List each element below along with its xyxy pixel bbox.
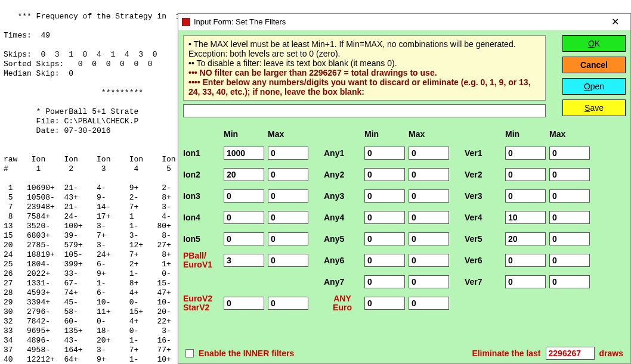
ver1-max[interactable] (549, 147, 590, 160)
hdr-max-1: Max (268, 129, 308, 139)
dialog-body: • The MAX level must be at least Min+1. … (178, 30, 630, 363)
hdr-min-2: Min (364, 129, 405, 139)
filter-row-7: Any7Ver7 (183, 271, 626, 293)
ver6-max[interactable] (549, 254, 590, 267)
ion4-label: Ion4 (183, 213, 220, 222)
anyeuro-max[interactable] (409, 297, 449, 310)
any6-label: Any6 (324, 256, 361, 265)
report-skips: Skips: 0 3 1 0 4 1 4 3 0 (4, 50, 157, 59)
eurov2-label: EuroV2StarV2 (183, 294, 220, 312)
any4-label: Any4 (324, 213, 361, 222)
any5-max[interactable] (409, 232, 449, 245)
any7-min[interactable] (364, 275, 405, 288)
any2-max[interactable] (409, 168, 449, 181)
any3-max[interactable] (409, 189, 449, 203)
ion2-label: Ion2 (183, 170, 220, 179)
ver6-label: Ver6 (465, 256, 502, 265)
any2-min[interactable] (364, 168, 405, 181)
draws-label: draws (599, 349, 623, 358)
filter-row-4: Ion4Any4Ver4 (183, 207, 626, 228)
eurov2-max[interactable] (268, 297, 308, 310)
any3-min[interactable] (364, 189, 405, 203)
ver6-min[interactable] (505, 254, 546, 267)
ver1-label: Ver1 (465, 148, 502, 158)
filter-row-2: Ion2Any2Ver2 (183, 164, 626, 185)
eliminate-label: Eliminate the last (472, 349, 540, 358)
ion1-max[interactable] (268, 147, 308, 160)
report-colhdr2: # 1 2 3 4 5 (4, 164, 171, 173)
anyeuro-min[interactable] (364, 297, 405, 310)
ion3-label: Ion3 (183, 191, 220, 201)
hdr-max-2: Max (409, 129, 449, 139)
note-line1: • The MAX level must be at least Min+1. … (188, 39, 516, 58)
ion1-min[interactable] (224, 147, 264, 160)
ion2-min[interactable] (224, 168, 264, 181)
ver7-max[interactable] (549, 275, 590, 288)
any5-label: Any5 (324, 234, 361, 244)
any5-min[interactable] (364, 232, 405, 245)
note-line3: ••• NO filter can be larger than 2296267… (188, 68, 437, 77)
ion2-max[interactable] (268, 168, 308, 181)
ver2-max[interactable] (549, 168, 590, 181)
any6-max[interactable] (409, 254, 449, 267)
open-button[interactable]: Open (562, 78, 626, 95)
ver2-min[interactable] (505, 168, 546, 181)
report-file: File: C:\PBALL\CHECK.P (4, 117, 138, 126)
hdr-min-1: Min (224, 129, 264, 139)
report-times: Times: 49 (4, 31, 50, 40)
eliminate-input[interactable] (546, 347, 595, 360)
any1-max[interactable] (409, 147, 449, 160)
close-icon[interactable]: ✕ (603, 16, 627, 27)
ver7-min[interactable] (505, 275, 546, 288)
ver2-label: Ver2 (465, 170, 502, 179)
pball-min[interactable] (224, 254, 264, 267)
ver4-max[interactable] (549, 211, 590, 224)
ion5-min[interactable] (224, 232, 264, 245)
any6-min[interactable] (364, 254, 405, 267)
dialog-title: Input Form: Set The Filters (194, 17, 603, 26)
report-date: Date: 07-30-2016 (4, 126, 110, 135)
ion5-max[interactable] (268, 232, 308, 245)
note-line4: •••• Enter below any numbers/digits you … (188, 77, 531, 97)
ion4-max[interactable] (268, 211, 308, 224)
side-buttons: OK Cancel Open Save (562, 35, 626, 116)
ver3-min[interactable] (505, 189, 546, 203)
pball-label: PBall/EuroV1 (183, 251, 220, 269)
any4-max[interactable] (409, 211, 449, 224)
ver3-max[interactable] (549, 189, 590, 203)
ver4-label: Ver4 (465, 213, 502, 222)
ver5-label: Ver5 (465, 234, 502, 244)
exclude-input[interactable] (183, 104, 546, 117)
any4-min[interactable] (364, 211, 405, 224)
cancel-button[interactable]: Cancel (562, 57, 626, 73)
filter-dialog: Input Form: Set The Filters ✕ • The MAX … (178, 13, 631, 364)
ver3-label: Ver3 (465, 191, 502, 201)
pball-max[interactable] (268, 254, 308, 267)
filter-row-3: Ion3Any3Ver3 (183, 185, 626, 207)
ver5-min[interactable] (505, 232, 546, 245)
any7-max[interactable] (409, 275, 449, 288)
filter-grid: Min Max Min Max Min Max Ion1Any1Ver1Ion2… (183, 126, 626, 314)
any1-label: Any1 (324, 148, 361, 158)
any2-label: Any2 (324, 170, 361, 179)
report-median-skip: Median Skip: 0 (4, 69, 73, 78)
hdr-max-3: Max (549, 129, 590, 139)
titlebar[interactable]: Input Form: Set The Filters ✕ (178, 14, 630, 30)
ion5-label: Ion5 (183, 234, 220, 244)
grid-header-row: Min Max Min Max Min Max (183, 126, 626, 142)
ion3-max[interactable] (268, 189, 308, 203)
filter-row-8: EuroV2StarV2ANYEuro (183, 293, 626, 314)
ion4-min[interactable] (224, 211, 264, 224)
any1-min[interactable] (364, 147, 405, 160)
save-button[interactable]: Save (562, 99, 626, 116)
note-box: • The MAX level must be at least Min+1. … (183, 35, 546, 101)
ver1-min[interactable] (505, 147, 546, 160)
enable-inner-label: Enable the INNER filters (199, 349, 294, 358)
ver4-min[interactable] (505, 211, 546, 224)
ion3-min[interactable] (224, 189, 264, 203)
ver5-max[interactable] (549, 232, 590, 245)
enable-inner-checkbox[interactable] (185, 349, 194, 357)
ok-button[interactable]: OK (562, 35, 626, 52)
eurov2-min[interactable] (224, 297, 264, 310)
note-line2: •• To disable a filter: leave its text b… (188, 58, 397, 68)
